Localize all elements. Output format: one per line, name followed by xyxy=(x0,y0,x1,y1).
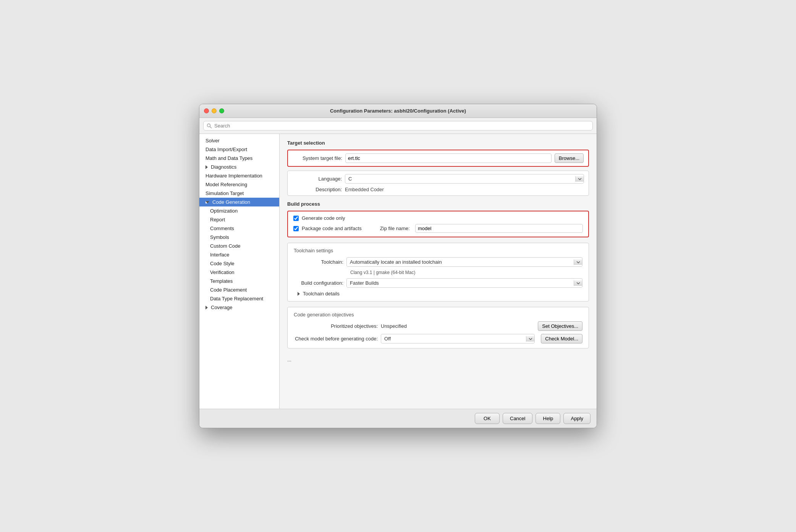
set-objectives-button[interactable]: Set Objectives... xyxy=(538,321,582,331)
check-model-row: Check model before generating code: Off … xyxy=(294,334,582,343)
toolchain-select-wrap: Automatically locate an installed toolch… xyxy=(346,257,582,267)
content-area: Target selection System target file: Bro… xyxy=(280,134,597,409)
sidebar-item-label: Verification xyxy=(210,269,235,275)
svg-line-1 xyxy=(210,126,212,128)
build-process-header: Build process xyxy=(287,201,589,207)
main-window: Configuration Parameters: asbhl20/Config… xyxy=(199,104,597,428)
build-config-row: Build configuration: Faster Builds xyxy=(294,278,582,288)
sidebar-item-report[interactable]: Report xyxy=(199,215,279,224)
chevron-down-icon xyxy=(578,178,582,180)
toolchain-details-row[interactable]: Toolchain details xyxy=(294,291,582,297)
check-model-dropdown-btn[interactable] xyxy=(526,336,534,342)
sidebar-item-label: Data Import/Export xyxy=(205,147,247,152)
language-dropdown-btn[interactable] xyxy=(575,176,584,182)
package-code-checkbox[interactable] xyxy=(293,226,299,231)
close-button[interactable] xyxy=(204,108,209,113)
triangle-down-icon xyxy=(205,201,209,203)
apply-button[interactable]: Apply xyxy=(563,413,591,424)
triangle-right-icon xyxy=(298,292,300,296)
sidebar-item-code-style[interactable]: Code Style xyxy=(199,259,279,268)
build-process-section: Generate code only Package code and arti… xyxy=(287,211,589,237)
window-title: Configuration Parameters: asbhl20/Config… xyxy=(330,108,466,114)
browse-button[interactable]: Browse... xyxy=(555,153,584,163)
generate-code-row: Generate code only xyxy=(293,215,583,221)
sidebar-item-label: Symbols xyxy=(210,234,229,240)
prioritized-value: Unspecified xyxy=(381,323,535,329)
sidebar-item-label: Code Style xyxy=(210,261,235,266)
system-target-input[interactable] xyxy=(345,153,552,163)
language-select-wrap: C xyxy=(345,174,584,184)
sidebar-item-optimization[interactable]: Optimization xyxy=(199,206,279,215)
sidebar-item-verification[interactable]: Verification xyxy=(199,268,279,277)
sidebar-item-label: Model Referencing xyxy=(205,182,247,187)
sidebar-item-code-placement[interactable]: Code Placement xyxy=(199,285,279,294)
target-selection-header: Target selection xyxy=(287,140,589,146)
prioritized-row: Prioritized objectives: Unspecified Set … xyxy=(294,321,582,331)
sidebar-item-label: Code Placement xyxy=(210,287,247,293)
sidebar-item-label: Math and Data Types xyxy=(205,155,252,161)
sidebar-item-label: Interface xyxy=(210,252,230,258)
build-config-dropdown-btn[interactable] xyxy=(574,281,582,286)
language-value: C xyxy=(345,174,575,183)
cancel-button[interactable]: Cancel xyxy=(503,413,532,424)
ok-button[interactable]: OK xyxy=(475,413,500,424)
triangle-right-icon xyxy=(205,165,208,169)
description-value: Embedded Coder xyxy=(345,187,384,192)
sidebar-item-label: Data Type Replacement xyxy=(210,296,263,301)
sidebar-item-data-type-replacement[interactable]: Data Type Replacement xyxy=(199,294,279,303)
toolchain-settings-section: Toolchain settings Toolchain: Automatica… xyxy=(287,243,589,301)
system-target-row: System target file: Browse... xyxy=(293,153,584,163)
zip-file-label: Zip file name: xyxy=(380,226,410,231)
toolchain-label: Toolchain: xyxy=(294,259,343,265)
help-button[interactable]: Help xyxy=(536,413,560,424)
search-bar xyxy=(199,118,597,134)
minimize-button[interactable] xyxy=(212,108,217,113)
check-model-label: Check model before generating code: xyxy=(294,336,378,342)
sidebar-item-label: Solver xyxy=(205,138,220,143)
sidebar-item-code-generation[interactable]: Code Generation xyxy=(199,198,279,206)
zip-file-input[interactable] xyxy=(415,224,583,233)
window-controls xyxy=(204,108,224,113)
sidebar-item-label: Simulation Target xyxy=(205,190,244,196)
chevron-down-icon xyxy=(576,282,580,284)
clang-text: Clang v3.1 | gmake (64-bit Mac) xyxy=(346,270,582,275)
sidebar-item-model-referencing[interactable]: Model Referencing xyxy=(199,180,279,189)
toolchain-row: Toolchain: Automatically locate an insta… xyxy=(294,257,582,267)
sidebar-item-interface[interactable]: Interface xyxy=(199,250,279,259)
prioritized-label: Prioritized objectives: xyxy=(294,323,378,329)
language-description-section: Language: C Description: Embedded Coder xyxy=(287,171,589,196)
sidebar-item-templates[interactable]: Templates xyxy=(199,277,279,285)
sidebar-item-simulation-target[interactable]: Simulation Target xyxy=(199,189,279,198)
system-target-section: System target file: Browse... xyxy=(287,150,589,167)
main-content: Solver Data Import/Export Math and Data … xyxy=(199,134,597,409)
toolchain-value: Automatically locate an installed toolch… xyxy=(347,258,574,266)
chevron-down-icon xyxy=(529,338,532,340)
search-icon xyxy=(207,123,212,129)
generate-code-checkbox[interactable] xyxy=(293,216,299,221)
sidebar-item-hardware-impl[interactable]: Hardware Implementation xyxy=(199,171,279,180)
sidebar-item-data-import-export[interactable]: Data Import/Export xyxy=(199,145,279,154)
bottom-bar: OK Cancel Help Apply xyxy=(199,409,597,428)
maximize-button[interactable] xyxy=(219,108,224,113)
titlebar: Configuration Parameters: asbhl20/Config… xyxy=(199,104,597,118)
toolchain-dropdown-btn[interactable] xyxy=(574,260,582,265)
toolchain-settings-header: Toolchain settings xyxy=(294,248,582,253)
build-config-label: Build configuration: xyxy=(294,280,343,286)
ellipsis-text: ... xyxy=(287,354,589,366)
sidebar-item-math-data-types[interactable]: Math and Data Types xyxy=(199,154,279,163)
sidebar-item-symbols[interactable]: Symbols xyxy=(199,233,279,242)
sidebar: Solver Data Import/Export Math and Data … xyxy=(199,134,280,409)
sidebar-item-custom-code[interactable]: Custom Code xyxy=(199,242,279,250)
search-input[interactable] xyxy=(214,123,589,129)
toolchain-details-label: Toolchain details xyxy=(303,291,340,297)
build-config-value: Faster Builds xyxy=(347,279,574,287)
sidebar-item-solver[interactable]: Solver xyxy=(199,136,279,145)
sidebar-item-comments[interactable]: Comments xyxy=(199,224,279,233)
sidebar-item-coverage[interactable]: Coverage xyxy=(199,303,279,312)
sidebar-item-diagnostics[interactable]: Diagnostics xyxy=(199,163,279,171)
sidebar-item-label: Diagnostics xyxy=(211,164,236,170)
search-input-wrap xyxy=(203,121,593,131)
check-model-button[interactable]: Check Model... xyxy=(541,334,582,343)
code-gen-objectives-header: Code generation objectives xyxy=(294,312,582,318)
svg-point-0 xyxy=(207,124,210,127)
